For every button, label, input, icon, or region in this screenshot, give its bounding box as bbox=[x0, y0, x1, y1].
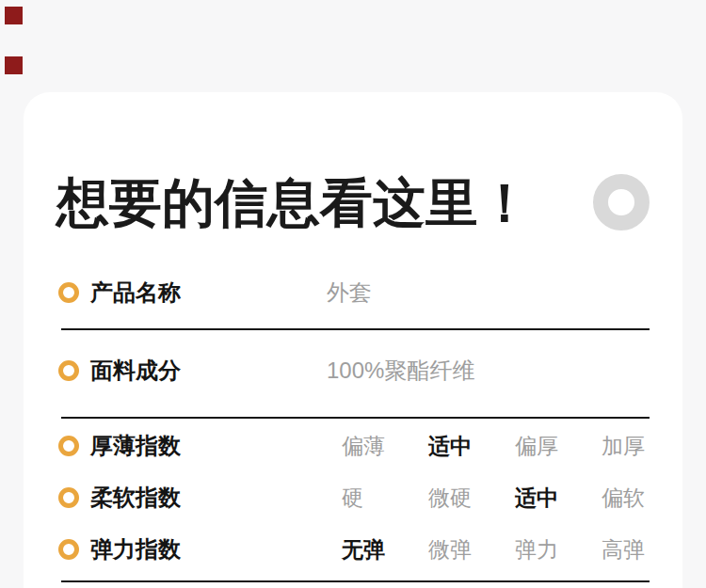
ring-bullet-icon bbox=[58, 487, 79, 508]
scale-options: 无弹 微弹 弹力 高弹 bbox=[342, 535, 688, 564]
scale-option: 加厚 bbox=[602, 432, 688, 461]
info-row-thickness: 厚薄指数 偏薄 适中 偏厚 加厚 bbox=[24, 432, 682, 460]
scale-option: 弹力 bbox=[515, 535, 602, 564]
ring-bullet-icon bbox=[58, 436, 79, 456]
row-label: 厚薄指数 bbox=[90, 431, 181, 461]
scale-option: 偏软 bbox=[602, 484, 688, 513]
red-square-marker-top bbox=[5, 7, 23, 24]
ring-bullet-icon bbox=[58, 282, 79, 303]
scale-option: 高弹 bbox=[602, 535, 688, 564]
divider bbox=[61, 580, 650, 582]
scale-option: 偏厚 bbox=[515, 432, 602, 461]
scale-option: 适中 bbox=[515, 484, 602, 513]
scale-option: 微弹 bbox=[428, 535, 515, 564]
row-value: 外套 bbox=[327, 278, 372, 308]
red-square-marker-bottom bbox=[5, 56, 23, 74]
scale-options: 偏薄 适中 偏厚 加厚 bbox=[342, 432, 688, 461]
scale-option: 无弹 bbox=[342, 535, 428, 564]
info-row-fabric: 面料成分 100%聚酯纤维 bbox=[24, 357, 682, 385]
product-info-card: 想要的信息看这里！ 产品名称 外套 面料成分 100%聚酯纤维 厚薄指数 偏薄 … bbox=[24, 92, 682, 588]
row-value: 100%聚酯纤维 bbox=[327, 356, 474, 386]
info-row-product-name: 产品名称 外套 bbox=[24, 278, 682, 307]
divider bbox=[61, 417, 650, 419]
donut-ring-icon bbox=[593, 174, 650, 230]
scale-options: 硬 微硬 适中 偏软 bbox=[342, 484, 688, 513]
row-label: 弹力指数 bbox=[90, 534, 181, 564]
scale-option: 适中 bbox=[428, 432, 515, 461]
row-label: 面料成分 bbox=[90, 356, 181, 386]
ring-bullet-icon bbox=[58, 360, 79, 381]
row-label: 产品名称 bbox=[90, 278, 181, 308]
page-title: 想要的信息看这里！ bbox=[56, 173, 531, 233]
scale-option: 硬 bbox=[342, 484, 428, 513]
row-label: 柔软指数 bbox=[90, 483, 181, 513]
scale-option: 偏薄 bbox=[342, 432, 428, 461]
ring-bullet-icon bbox=[58, 539, 79, 560]
divider bbox=[61, 328, 650, 330]
scale-option: 微硬 bbox=[428, 484, 515, 513]
info-row-softness: 柔软指数 硬 微硬 适中 偏软 bbox=[24, 484, 682, 512]
info-row-elasticity: 弹力指数 无弹 微弹 弹力 高弹 bbox=[24, 535, 682, 564]
